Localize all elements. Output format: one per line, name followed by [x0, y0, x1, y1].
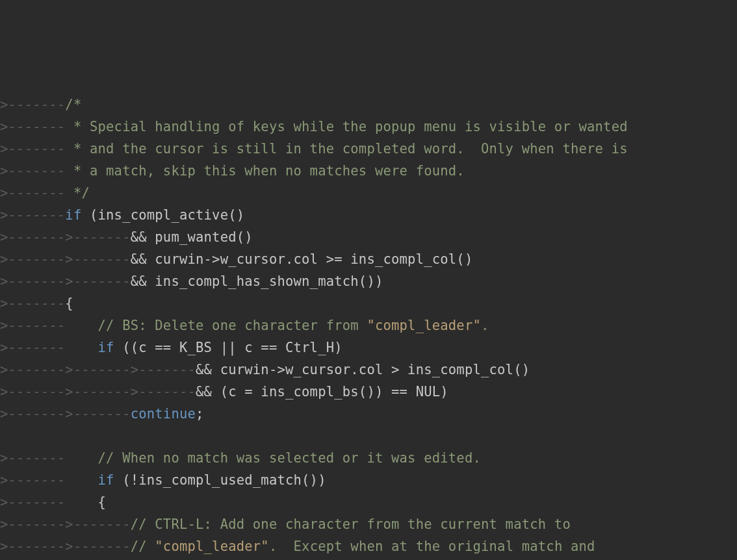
whitespace-indicator: >------- [0, 318, 98, 333]
code-token-string-lit: "compl_leader" [367, 318, 481, 333]
code-line[interactable]: >-------{ [0, 292, 737, 314]
code-line[interactable]: >------- * Special handling of keys whil… [0, 116, 737, 138]
code-line[interactable]: >------->-------// CTRL-L: Add one chara… [0, 513, 737, 535]
whitespace-indicator: >------- [0, 97, 65, 112]
code-token-ident: (!ins_compl_used_match()) [114, 472, 326, 488]
code-line[interactable]: >------- if ((c == K_BS || c == Ctrl_H) [0, 337, 737, 359]
code-line[interactable]: >------->------->-------&& (c = ins_comp… [0, 381, 737, 403]
code-token-comment: * Special handling of keys while the pop… [73, 119, 628, 134]
code-token-ident: && curwin->w_cursor.col > ins_compl_col(… [196, 362, 530, 377]
code-token-comment: // [131, 539, 155, 554]
code-line[interactable]: >------->-------&& pum_wanted() [0, 226, 737, 248]
whitespace-indicator: >------->------- [0, 406, 131, 422]
whitespace-indicator: >------->------- [0, 229, 131, 245]
code-token-comment: . Except when at the original match and [269, 539, 595, 554]
whitespace-indicator: >------->------- [0, 274, 131, 289]
code-line[interactable]: >------- // BS: Delete one character fro… [0, 314, 737, 337]
code-token-keyword: if [98, 472, 114, 488]
whitespace-indicator: >------->------->------- [0, 384, 196, 400]
whitespace-indicator: >------->------->------- [0, 362, 196, 377]
code-token-comment: . [481, 318, 489, 333]
code-line[interactable]: >------->-------continue; [0, 403, 737, 425]
code-token-ident: && pum_wanted() [131, 229, 253, 245]
whitespace-indicator: >------- [0, 472, 98, 488]
code-token-comment: // When no match was selected or it was … [98, 450, 481, 466]
code-token-comment: */ [73, 185, 90, 201]
whitespace-indicator: >------- [0, 494, 98, 510]
code-token-comment: * and the cursor is still in the complet… [73, 141, 628, 157]
code-token-keyword: if [65, 207, 81, 223]
whitespace-indicator: >------- [0, 340, 98, 355]
code-token-ident: (ins_compl_active() [81, 207, 244, 223]
whitespace-indicator: >------- [0, 296, 65, 311]
whitespace-indicator: >------->------- [0, 539, 131, 554]
code-line[interactable]: >------- * a match, skip this when no ma… [0, 160, 737, 182]
code-token-ident: { [65, 296, 73, 311]
code-line[interactable]: >------->-------// "compl_leader". Excep… [0, 535, 737, 557]
code-line[interactable]: >------->-------&& curwin->w_cursor.col … [0, 248, 737, 270]
code-token-ident: ((c == K_BS || c == Ctrl_H) [114, 340, 343, 355]
whitespace-indicator: >------- [0, 450, 98, 466]
code-token-comment: /* [65, 97, 81, 112]
code-line[interactable]: >-------if (ins_compl_active() [0, 204, 737, 226]
code-token-keyword: continue [131, 406, 196, 422]
code-line[interactable]: >-------/* [0, 94, 737, 116]
code-line[interactable]: >------->-------// there is nothing to a… [0, 557, 737, 560]
code-line[interactable]: >------- */ [0, 182, 737, 204]
code-token-ident: && curwin->w_cursor.col >= ins_compl_col… [131, 251, 473, 267]
code-token-comment: // BS: Delete one character from [98, 318, 367, 333]
code-line[interactable]: >------- { [0, 491, 737, 513]
code-token-ident: && (c = ins_compl_bs()) == NUL) [196, 384, 448, 400]
whitespace-indicator: >------- [0, 163, 73, 179]
code-line[interactable] [0, 425, 737, 447]
code-token-semi: ; [196, 406, 204, 422]
code-token-comment: // CTRL-L: Add one character from the cu… [131, 516, 571, 532]
code-token-ident: && ins_compl_has_shown_match()) [131, 274, 383, 289]
code-line[interactable]: >------- // When no match was selected o… [0, 447, 737, 469]
code-token-ident: { [98, 494, 107, 510]
code-line[interactable]: >------->------->-------&& curwin->w_cur… [0, 359, 737, 381]
code-token-keyword: if [98, 340, 114, 355]
code-line[interactable]: >------- * and the cursor is still in th… [0, 138, 737, 160]
whitespace-indicator: >------- [0, 119, 73, 134]
whitespace-indicator: >------- [0, 185, 73, 201]
whitespace-indicator: >------->------- [0, 516, 131, 532]
code-line[interactable]: >------- if (!ins_compl_used_match()) [0, 469, 737, 491]
code-line[interactable]: >------->-------&& ins_compl_has_shown_m… [0, 270, 737, 292]
whitespace-indicator: >------- [0, 207, 65, 223]
code-token-string-lit: "compl_leader" [155, 539, 269, 554]
whitespace-indicator: >------->------- [0, 251, 131, 267]
code-token-comment: * a match, skip this when no matches wer… [73, 163, 465, 179]
code-editor-viewport[interactable]: >-------/*>------- * Special handling of… [0, 94, 737, 560]
whitespace-indicator: >------- [0, 141, 73, 157]
